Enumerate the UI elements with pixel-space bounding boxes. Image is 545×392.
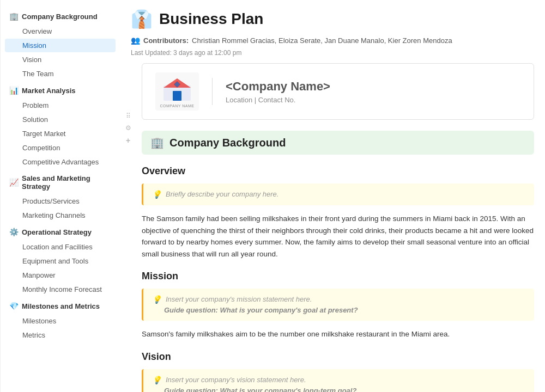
sidebar-section-header-sales-marketing[interactable]: 📈Sales and Marketing Strategy (1, 171, 120, 194)
sidebar-item-target-market[interactable]: Target Market (5, 127, 116, 140)
sidebar-section-header-milestones-metrics[interactable]: 💎Milestones and Metrics (1, 298, 120, 314)
sidebar-item-solution[interactable]: Solution (5, 113, 116, 126)
sidebar-item-monthly-income-forecast[interactable]: Monthly Income Forecast (5, 283, 116, 296)
mission-callout-icon: 💡 (152, 295, 161, 304)
sidebar-item-the-team[interactable]: The Team (5, 67, 116, 81)
overview-title: Overview (142, 166, 534, 177)
sidebar-section-icon-milestones-metrics: 💎 (9, 302, 19, 310)
sidebar-section-label-operational-strategy: Operational Strategy (22, 228, 92, 236)
sidebar-item-products-services[interactable]: Products/Services (5, 194, 116, 208)
company-details: Location | Contact No. (226, 96, 330, 104)
company-card: COMPANY NAME <Company Name> Location | C… (142, 63, 534, 120)
sidebar-section-label-market-analysis: Market Analysis (22, 87, 76, 95)
last-updated: Last Updated: 3 days ago at 12:00 pm (120, 47, 545, 63)
sidebar-section-market-analysis: 📊Market AnalysisProblemSolutionTarget Ma… (1, 83, 120, 169)
company-logo: COMPANY NAME (155, 72, 199, 111)
vision-callout-icon: 💡 (152, 376, 161, 384)
overview-callout: 💡 Briefly describe your company here. (142, 183, 534, 205)
sidebar-item-manpower[interactable]: Manpower (5, 268, 116, 282)
sidebar-item-mission[interactable]: Mission (5, 39, 116, 52)
sidebar-item-marketing-channels[interactable]: Marketing Channels (5, 209, 116, 222)
mission-callout: 💡 Insert your company's mission statemen… (142, 289, 534, 321)
overview-body: The Samson family had been selling milks… (142, 213, 534, 260)
contributors-icon: 👥 (131, 36, 140, 45)
company-info: <Company Name> Location | Contact No. (226, 79, 330, 104)
sidebar-item-location-facilities[interactable]: Location and Facilities (5, 240, 116, 254)
sidebar-section-header-operational-strategy[interactable]: ⚙️Operational Strategy (1, 224, 120, 240)
contributors-row: 👥 Contributors: Christian Rommel Gracias… (120, 34, 545, 47)
sidebar-item-vision[interactable]: Vision (5, 53, 116, 66)
mission-callout-text: Insert your company's mission statement … (166, 295, 312, 303)
contributors-label: Contributors: (143, 36, 189, 45)
vision-callout-guide: Guide question: What is your company's l… (164, 387, 525, 392)
svg-rect-2 (173, 91, 181, 101)
main-content: 👔 Business Plan 👥 Contributors: Christia… (120, 0, 545, 392)
vision-title: Vision (142, 351, 534, 363)
drag-handle-icon[interactable]: ⠿ (126, 112, 131, 120)
logo-text: COMPANY NAME (160, 104, 195, 108)
company-name[interactable]: <Company Name> (226, 79, 330, 94)
sidebar-section-label-company-background: Company Background (22, 13, 98, 21)
vision-callout: 💡 Insert your company's vision statement… (142, 369, 534, 392)
sidebar-section-header-market-analysis[interactable]: 📊Market Analysis (1, 83, 120, 98)
sidebar-section-label-milestones-metrics: Milestones and Metrics (22, 302, 100, 310)
sidebar-section-icon-sales-marketing: 📈 (9, 178, 19, 187)
company-divider (212, 78, 213, 105)
vision-callout-text: Insert your company's vision statement h… (166, 376, 306, 384)
overview-callout-text: Briefly describe your company here. (166, 190, 278, 198)
sidebar-item-problem[interactable]: Problem (5, 99, 116, 112)
sidebar-section-icon-market-analysis: 📊 (9, 86, 19, 95)
sidebar-section-milestones-metrics: 💎Milestones and MetricsMilestonesMetrics (1, 298, 120, 342)
mission-callout-guide: Guide question: What is your company's g… (164, 306, 525, 314)
sidebar-item-overview[interactable]: Overview (5, 24, 116, 38)
section-header-icon: 🏢 (150, 136, 164, 149)
section-header-title: Company Background (169, 137, 286, 149)
sidebar-item-metrics[interactable]: Metrics (5, 328, 116, 342)
settings-icon[interactable]: ⚙ (125, 124, 131, 132)
sidebar-section-sales-marketing: 📈Sales and Marketing StrategyProducts/Se… (1, 171, 120, 222)
sidebar-item-equipment-tools[interactable]: Equipment and Tools (5, 254, 116, 268)
sidebar-item-competitive-advantages[interactable]: Competitive Advantages (5, 155, 116, 169)
page-header: 👔 Business Plan (120, 0, 545, 34)
sidebar-section-company-background: 🏢Company BackgroundOverviewMissionVision… (1, 9, 120, 81)
sidebar-section-icon-operational-strategy: ⚙️ (9, 228, 19, 236)
add-icon[interactable]: + (126, 136, 130, 145)
sidebar-section-label-sales-marketing: Sales and Marketing Strategy (22, 174, 111, 191)
contributors-list: Christian Rommel Gracias, Eloiza Serate,… (192, 36, 452, 45)
overview-callout-icon: 💡 (152, 190, 161, 199)
section-header: 🏢 Company Background (142, 131, 534, 155)
sidebar-item-competition[interactable]: Competition (5, 141, 116, 155)
mission-body: Samson's family milkshakes aim to be the… (142, 328, 534, 340)
sidebar-section-header-company-background[interactable]: 🏢Company Background (1, 9, 120, 24)
mission-title: Mission (142, 271, 534, 282)
sidebar-section-operational-strategy: ⚙️Operational StrategyLocation and Facil… (1, 224, 120, 296)
sidebar-item-milestones[interactable]: Milestones (5, 314, 116, 328)
sidebar-section-icon-company-background: 🏢 (9, 12, 19, 21)
sidebar: 🏢Company BackgroundOverviewMissionVision… (0, 0, 120, 392)
page-title: Business Plan (159, 10, 263, 28)
page-title-icon: 👔 (131, 9, 153, 29)
